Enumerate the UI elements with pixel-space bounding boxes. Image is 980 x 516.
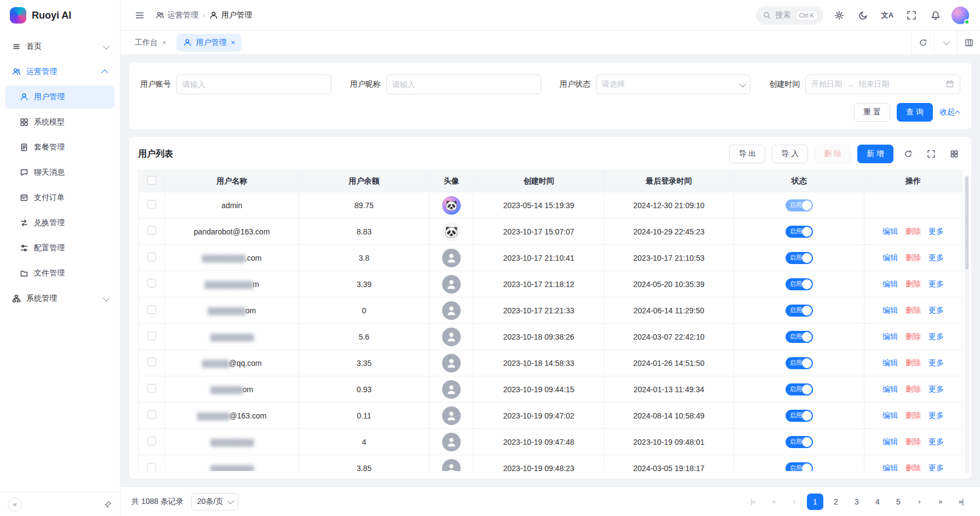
row-checkbox[interactable] bbox=[147, 384, 156, 393]
reset-button[interactable]: 重 置 bbox=[854, 103, 890, 122]
close-icon[interactable]: × bbox=[162, 38, 167, 47]
edit-link[interactable]: 编辑 bbox=[882, 332, 898, 341]
status-select[interactable]: 请选择 bbox=[596, 74, 751, 94]
delete-link[interactable]: 删除 bbox=[906, 437, 921, 446]
more-link[interactable]: 更多 bbox=[929, 279, 944, 288]
fullscreen-icon[interactable] bbox=[903, 7, 920, 24]
sidebar-subitem[interactable]: 用户管理 bbox=[5, 85, 114, 108]
export-button[interactable]: 导 出 bbox=[729, 145, 765, 163]
nickname-input[interactable] bbox=[392, 80, 535, 89]
sidebar-subitem[interactable]: 系统模型 bbox=[5, 111, 114, 134]
status-toggle[interactable]: 启用 bbox=[786, 305, 813, 317]
chevron-down-icon[interactable] bbox=[934, 31, 957, 54]
edit-link[interactable]: 编辑 bbox=[882, 437, 898, 446]
global-search[interactable]: 搜索 Ctrl K bbox=[756, 6, 824, 25]
prev-page-button[interactable]: ‹ bbox=[786, 494, 803, 510]
dark-mode-moon-icon[interactable] bbox=[855, 7, 872, 24]
edit-link[interactable]: 编辑 bbox=[882, 227, 898, 236]
status-toggle[interactable]: 启用 bbox=[786, 357, 813, 369]
settings-gear-icon[interactable] bbox=[831, 7, 847, 24]
status-toggle[interactable]: 启用 bbox=[786, 278, 813, 290]
page-size-select[interactable]: 20条/页 bbox=[191, 493, 238, 511]
delete-link[interactable]: 删除 bbox=[906, 253, 921, 262]
more-link[interactable]: 更多 bbox=[929, 358, 944, 367]
sidebar-item-home[interactable]: 首页 bbox=[5, 35, 114, 58]
delete-link[interactable]: 删除 bbox=[906, 279, 921, 288]
edit-link[interactable]: 编辑 bbox=[882, 306, 898, 314]
edit-link[interactable]: 编辑 bbox=[882, 463, 898, 472]
account-input[interactable] bbox=[182, 80, 325, 89]
status-toggle[interactable]: 启用 bbox=[786, 383, 813, 395]
import-button[interactable]: 导 入 bbox=[772, 145, 808, 163]
status-toggle[interactable]: 启用 bbox=[786, 410, 813, 422]
row-checkbox[interactable] bbox=[147, 279, 156, 288]
date-range-picker[interactable]: 开始日期 → 结束日期 bbox=[805, 74, 960, 94]
status-toggle[interactable]: 启用 bbox=[786, 252, 813, 264]
tab-user-management[interactable]: 用户管理 × bbox=[176, 34, 242, 51]
edit-link[interactable]: 编辑 bbox=[882, 385, 898, 393]
delete-link[interactable]: 删除 bbox=[906, 227, 921, 236]
logo[interactable]: Ruoyi AI bbox=[0, 0, 120, 31]
close-icon[interactable]: × bbox=[231, 38, 236, 47]
sidebar-subitem[interactable]: 配置管理 bbox=[5, 237, 114, 260]
fullscreen-icon[interactable] bbox=[923, 146, 939, 162]
next-jump-button[interactable]: » bbox=[932, 494, 948, 510]
breadcrumb-user-management[interactable]: 用户管理 bbox=[209, 10, 252, 20]
sidebar-subitem[interactable]: 聊天消息 bbox=[5, 161, 114, 184]
collapse-filters-link[interactable]: 收起 bbox=[939, 107, 960, 117]
sidebar-subitem[interactable]: 支付订单 bbox=[5, 186, 114, 209]
status-toggle[interactable]: 启用 bbox=[786, 436, 813, 448]
last-page-button[interactable]: »| bbox=[953, 494, 969, 510]
row-checkbox[interactable] bbox=[147, 200, 156, 209]
more-link[interactable]: 更多 bbox=[929, 227, 944, 236]
breadcrumb-operations[interactable]: 运营管理 bbox=[156, 10, 198, 20]
edit-link[interactable]: 编辑 bbox=[882, 253, 898, 262]
search-button[interactable]: 查 询 bbox=[897, 103, 933, 122]
tab-workbench[interactable]: 工作台 × bbox=[128, 34, 173, 51]
delete-link[interactable]: 删除 bbox=[906, 306, 921, 314]
more-link[interactable]: 更多 bbox=[929, 385, 944, 393]
edit-link[interactable]: 编辑 bbox=[882, 279, 898, 288]
status-toggle[interactable]: 启用 bbox=[786, 199, 813, 211]
delete-link[interactable]: 删除 bbox=[906, 332, 921, 341]
more-link[interactable]: 更多 bbox=[929, 253, 944, 262]
page-button-2[interactable]: 2 bbox=[828, 494, 844, 510]
notifications-bell-icon[interactable] bbox=[927, 7, 944, 24]
row-checkbox[interactable] bbox=[147, 437, 156, 445]
sidebar-subitem[interactable]: 兑换管理 bbox=[5, 211, 114, 234]
sidebar-subitem[interactable]: 套餐管理 bbox=[5, 136, 114, 159]
prev-jump-button[interactable]: « bbox=[765, 494, 782, 510]
sidebar-item-operations[interactable]: 运营管理 bbox=[5, 60, 114, 83]
delete-link[interactable]: 删除 bbox=[906, 358, 921, 367]
row-checkbox[interactable] bbox=[147, 331, 156, 340]
sidebar-collapse-button[interactable]: « bbox=[8, 497, 22, 512]
more-link[interactable]: 更多 bbox=[929, 437, 944, 446]
language-translate-icon[interactable]: 文A bbox=[879, 7, 896, 24]
column-settings-icon[interactable] bbox=[946, 146, 962, 162]
more-link[interactable]: 更多 bbox=[929, 306, 944, 314]
delete-link[interactable]: 删除 bbox=[906, 411, 921, 420]
refresh-icon[interactable] bbox=[911, 31, 934, 54]
layout-columns-icon[interactable] bbox=[957, 31, 980, 54]
status-toggle[interactable]: 启用 bbox=[786, 226, 813, 238]
row-checkbox[interactable] bbox=[147, 253, 156, 261]
table-scrollbar[interactable] bbox=[965, 175, 969, 473]
sidebar-item-system[interactable]: 系统管理 bbox=[5, 287, 114, 310]
edit-link[interactable]: 编辑 bbox=[882, 411, 898, 420]
more-link[interactable]: 更多 bbox=[929, 332, 944, 341]
add-button[interactable]: 新 增 bbox=[857, 145, 893, 163]
sidebar-subitem[interactable]: 文件管理 bbox=[5, 262, 114, 285]
user-avatar[interactable] bbox=[952, 7, 969, 24]
refresh-icon[interactable] bbox=[900, 146, 916, 162]
select-all-checkbox[interactable] bbox=[147, 176, 156, 185]
pin-icon[interactable] bbox=[104, 500, 112, 509]
delete-link[interactable]: 删除 bbox=[906, 463, 921, 472]
row-checkbox[interactable] bbox=[147, 410, 156, 419]
page-button-4[interactable]: 4 bbox=[869, 494, 886, 510]
status-toggle[interactable]: 启用 bbox=[786, 462, 813, 472]
page-button-3[interactable]: 3 bbox=[849, 494, 865, 510]
more-link[interactable]: 更多 bbox=[929, 411, 944, 420]
more-link[interactable]: 更多 bbox=[929, 463, 944, 472]
row-checkbox[interactable] bbox=[147, 305, 156, 314]
row-checkbox[interactable] bbox=[147, 226, 156, 235]
